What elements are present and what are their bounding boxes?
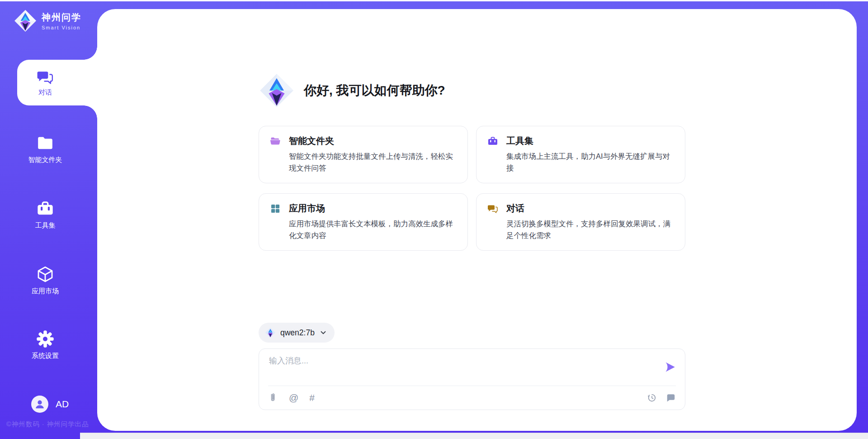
- main-panel: 你好, 我可以如何帮助你? 智能文件夹 智能文件夹功能支持批量文件上传与清洗，轻…: [97, 9, 857, 431]
- at-icon[interactable]: @: [289, 393, 298, 402]
- brand-subtitle: Smart Vision: [42, 25, 81, 30]
- folder-open-icon: [270, 136, 281, 147]
- card-title: 应用市场: [289, 202, 325, 215]
- folder-icon: [36, 134, 54, 152]
- sidebar-item-label: 应用市场: [32, 287, 59, 296]
- send-button[interactable]: [664, 361, 676, 373]
- brand-text: 神州问学 Smart Vision: [42, 11, 81, 30]
- grid-icon: [270, 203, 281, 214]
- card-smart-folder[interactable]: 智能文件夹 智能文件夹功能支持批量文件上传与清洗，轻松实现文件问答: [259, 126, 468, 183]
- card-header: 对话: [487, 202, 674, 215]
- sidebar: 神州问学 Smart Vision 对话 智能文件夹: [0, 0, 97, 439]
- briefcase-icon: [487, 136, 498, 147]
- app-window: 神州问学 Smart Vision 对话 智能文件夹: [0, 0, 868, 439]
- sidebar-item-label: 智能文件夹: [28, 156, 62, 164]
- card-toolset[interactable]: 工具集 集成市场上主流工具，助力AI与外界无缝扩展与对接: [476, 126, 685, 183]
- paperclip-icon[interactable]: [268, 393, 278, 403]
- content-column: 你好, 我可以如何帮助你? 智能文件夹 智能文件夹功能支持批量文件上传与清洗，轻…: [259, 9, 685, 431]
- sidebar-item-chat[interactable]: 对话: [17, 60, 97, 105]
- card-title: 工具集: [506, 135, 533, 147]
- brand-name: 神州问学: [42, 11, 81, 24]
- page-title: 你好, 我可以如何帮助你?: [304, 82, 445, 99]
- card-header: 智能文件夹: [270, 135, 457, 147]
- card-title: 智能文件夹: [289, 135, 334, 147]
- avatar: [31, 396, 48, 413]
- chat-icon: [487, 203, 498, 214]
- cube-icon: [36, 265, 54, 283]
- chat-icon: [37, 68, 54, 86]
- sidebar-item-toolset[interactable]: 工具集: [0, 200, 90, 230]
- person-icon: [34, 398, 46, 410]
- sidebar-item-label: 系统设置: [32, 352, 59, 360]
- send-icon: [664, 361, 676, 373]
- chevron-down-icon: [319, 329, 327, 337]
- card-header: 应用市场: [270, 202, 457, 215]
- model-selector[interactable]: qwen2:7b: [259, 323, 335, 343]
- card-app-market[interactable]: 应用市场 应用市场提供丰富长文本模板，助力高效生成多样化文章内容: [259, 193, 468, 251]
- tab-connector-top: [84, 46, 97, 60]
- history-icon[interactable]: [647, 393, 657, 403]
- composer-toolbar: @ #: [259, 386, 685, 410]
- briefcase-icon: [36, 200, 54, 218]
- sidebar-item-settings[interactable]: 系统设置: [0, 330, 90, 360]
- chat-bubble-icon[interactable]: [666, 393, 676, 403]
- diamond-logo-icon: [259, 72, 295, 109]
- card-title: 对话: [506, 202, 524, 215]
- sidebar-item-label: 工具集: [35, 221, 56, 230]
- hash-icon[interactable]: #: [309, 393, 315, 402]
- feature-cards: 智能文件夹 智能文件夹功能支持批量文件上传与清洗，轻松实现文件问答: [259, 126, 685, 251]
- brand-logo: 神州问学 Smart Vision: [14, 9, 81, 33]
- sidebar-item-app-market[interactable]: 应用市场: [0, 265, 90, 296]
- message-input[interactable]: [259, 349, 685, 385]
- greeting-block: 你好, 我可以如何帮助你?: [259, 72, 445, 109]
- user-initials: AD: [56, 399, 69, 410]
- composer-left-tools: @ #: [268, 393, 315, 403]
- model-name: qwen2:7b: [280, 328, 315, 338]
- card-description: 集成市场上主流工具，助力AI与外界无缝扩展与对接: [506, 151, 674, 174]
- card-description: 灵活切换多模型文件，支持多样回复效果调试，满足个性化需求: [506, 218, 674, 241]
- composer-right-tools: [647, 393, 676, 403]
- diamond-logo-icon: [265, 327, 276, 338]
- sidebar-item-label: 对话: [38, 88, 52, 97]
- tab-connector-bottom: [84, 105, 97, 119]
- message-composer: @ #: [259, 348, 685, 410]
- user-account[interactable]: AD: [31, 396, 69, 413]
- bottom-scroll-strip[interactable]: [80, 433, 868, 439]
- card-chat[interactable]: 对话 灵活切换多模型文件，支持多样回复效果调试，满足个性化需求: [476, 193, 685, 251]
- diamond-logo-icon: [14, 9, 37, 33]
- card-description: 智能文件夹功能支持批量文件上传与清洗，轻松实现文件问答: [289, 151, 457, 174]
- gear-icon: [36, 330, 54, 348]
- card-header: 工具集: [487, 135, 674, 147]
- card-description: 应用市场提供丰富长文本模板，助力高效生成多样化文章内容: [289, 218, 457, 241]
- sidebar-item-smart-folder[interactable]: 智能文件夹: [0, 134, 90, 164]
- copyright-footer: ©神州数码 · 神州问学出品: [6, 420, 97, 429]
